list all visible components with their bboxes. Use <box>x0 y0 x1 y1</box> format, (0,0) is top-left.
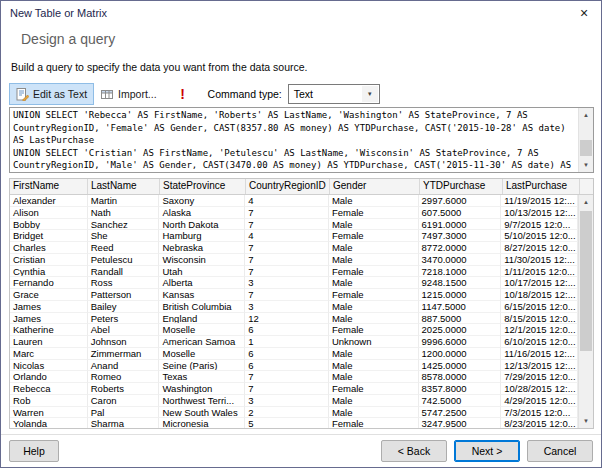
table-cell: 10/17/2015 12:... <box>501 277 578 289</box>
table-cell: 607.5000 <box>419 207 502 219</box>
table-cell: James <box>10 313 88 325</box>
import-button[interactable]: Import... <box>94 83 164 105</box>
run-query-icon[interactable]: ! <box>176 86 190 102</box>
grid-body: AlexanderMartinSaxony4Male2997.600011/19… <box>10 195 578 428</box>
table-cell: 9/7/2015 12:0... <box>501 219 578 231</box>
query-vertical-scrollbar[interactable]: ▲ ▼ <box>578 108 593 172</box>
table-cell: 7 <box>245 266 329 278</box>
column-header-stateprovince[interactable]: StateProvince <box>160 179 246 194</box>
table-row[interactable]: CristianPetulescuWisconsin7Male3470.0000… <box>10 254 578 266</box>
table-cell: Katherine <box>10 324 88 336</box>
table-row[interactable]: AlisonNathAlaska7Female607.500010/13/201… <box>10 207 578 219</box>
query-text: UNION SELECT 'Rebecca' AS FirstName, 'Ro… <box>13 109 576 171</box>
column-header-ytdpurchase[interactable]: YTDPurchase <box>420 179 503 194</box>
table-cell: Warren <box>10 407 88 419</box>
table-cell: Peters <box>88 313 160 325</box>
table-cell: 6 <box>245 360 329 372</box>
table-cell: Male <box>329 371 419 383</box>
table-cell: Grace <box>10 289 88 301</box>
table-row[interactable]: NicolasAnandSeine (Paris)6Male1425.00001… <box>10 360 578 372</box>
table-cell: Northwest Terri... <box>159 395 245 407</box>
command-type-select[interactable]: Text ▾ <box>288 84 380 104</box>
table-cell: England <box>159 313 245 325</box>
table-row[interactable]: YolandaSharmaMicronesia5Female3247.95008… <box>10 418 578 428</box>
table-cell: Petulescu <box>88 254 160 266</box>
column-header-lastname[interactable]: LastName <box>88 179 160 194</box>
column-header-firstname[interactable]: FirstName <box>10 179 88 194</box>
import-icon <box>101 88 114 101</box>
table-cell: 1 <box>245 336 329 348</box>
table-cell: Male <box>329 219 419 231</box>
table-cell: 10/28/2015 12:... <box>501 383 578 395</box>
command-type-label: Command type: <box>208 88 282 100</box>
table-cell: Ross <box>88 277 160 289</box>
table-row[interactable]: AlexanderMartinSaxony4Male2997.600011/19… <box>10 195 578 207</box>
table-cell: 6/15/2015 12:0... <box>501 301 578 313</box>
column-header-countryregionid[interactable]: CountryRegionID <box>246 179 330 194</box>
query-line: AS LastPurchase <box>13 134 576 147</box>
table-row[interactable]: KatherineAbelMoselle6Female2025.000012/1… <box>10 324 578 336</box>
table-cell: Marc <box>10 348 88 360</box>
table-row[interactable]: WarrenPalNew South Wales2Male5747.25007/… <box>10 407 578 419</box>
table-cell: Abel <box>88 324 160 336</box>
table-row[interactable]: GracePattersonKansas7Female1215.000010/1… <box>10 289 578 301</box>
table-cell: Female <box>329 383 419 395</box>
edit-as-text-button[interactable]: Edit as Text <box>9 83 94 105</box>
table-row[interactable]: JamesBaileyBritish Columbia3Male1147.500… <box>10 301 578 313</box>
help-button[interactable]: Help <box>9 440 59 462</box>
new-table-or-matrix-dialog: New Table or Matrix × Design a query Bui… <box>0 0 602 468</box>
table-cell: 3 <box>245 395 329 407</box>
table-cell: 4/29/2015 12:0... <box>501 395 578 407</box>
cancel-button[interactable]: Cancel <box>527 440 593 462</box>
table-cell: 7497.3000 <box>419 230 502 242</box>
table-cell: Bailey <box>88 301 160 313</box>
table-cell: 10/13/2015 12:... <box>501 207 578 219</box>
scrollbar-track[interactable] <box>579 209 593 414</box>
query-line: CountryRegionID, 'Male' AS Gender, CAST(… <box>13 159 576 171</box>
table-row[interactable]: BobbySanchezNorth Dakota7Male6191.00009/… <box>10 219 578 231</box>
table-cell: 11/19/2015 12:... <box>501 195 578 207</box>
back-button[interactable]: < Back <box>381 440 447 462</box>
table-cell: 3 <box>245 277 329 289</box>
footer-divider <box>1 434 601 435</box>
column-header-gender[interactable]: Gender <box>330 179 420 194</box>
table-cell: 10/18/2015 12:... <box>501 289 578 301</box>
table-row[interactable]: OrlandoRomeoTexas7Male8578.00007/29/2015… <box>10 371 578 383</box>
table-cell: 7 <box>245 383 329 395</box>
scrollbar-track[interactable] <box>579 122 593 158</box>
table-cell: Male <box>329 313 419 325</box>
table-cell: Moselle <box>159 324 245 336</box>
table-cell: Martin <box>88 195 160 207</box>
column-header-lastpurchase[interactable]: LastPurchase <box>503 179 580 194</box>
table-cell: Rob <box>10 395 88 407</box>
scroll-up-icon[interactable]: ▲ <box>579 108 593 122</box>
scroll-down-icon[interactable]: ▼ <box>579 414 593 428</box>
table-row[interactable]: BridgetSheHamburg4Female7497.30005/10/20… <box>10 230 578 242</box>
table-cell: Unknown <box>329 336 419 348</box>
table-row[interactable]: RebeccaRobertsWashington7Female8357.8000… <box>10 383 578 395</box>
table-cell: 1200.0000 <box>419 348 502 360</box>
table-cell: Charles <box>10 242 88 254</box>
table-row[interactable]: MarcZimmermanMoselle6Male1200.000011/16/… <box>10 348 578 360</box>
grid-vertical-scrollbar[interactable]: ▲ ▼ <box>578 195 593 428</box>
table-row[interactable]: RobCaronNorthwest Terri...3Male742.50004… <box>10 395 578 407</box>
table-row[interactable]: JamesPetersEngland12Male887.50008/15/201… <box>10 313 578 325</box>
table-row[interactable]: LaurenJohnsonAmerican Samoa1Unknown9996.… <box>10 336 578 348</box>
table-cell: Kansas <box>159 289 245 301</box>
table-cell: 6 <box>245 348 329 360</box>
table-cell: Male <box>329 277 419 289</box>
table-cell: 12 <box>245 313 329 325</box>
scrollbar-thumb[interactable] <box>580 211 592 351</box>
table-cell: New South Wales <box>159 407 245 419</box>
table-row[interactable]: FernandoRossAlberta3Male9248.150010/17/2… <box>10 277 578 289</box>
close-icon[interactable]: × <box>569 3 599 23</box>
next-button[interactable]: Next > <box>454 440 520 462</box>
scroll-down-icon[interactable]: ▼ <box>579 158 593 172</box>
table-row[interactable]: CharlesReedNebraska7Male8772.00008/27/20… <box>10 242 578 254</box>
scrollbar-thumb[interactable] <box>580 140 592 156</box>
query-editor[interactable]: UNION SELECT 'Rebecca' AS FirstName, 'Ro… <box>9 107 594 173</box>
table-row[interactable]: CynthiaRandallUtah7Female7218.10001/11/2… <box>10 266 578 278</box>
table-cell: 1425.0000 <box>419 360 502 372</box>
scroll-up-icon[interactable]: ▲ <box>579 195 593 209</box>
table-cell: 7/29/2015 12:0... <box>501 371 578 383</box>
